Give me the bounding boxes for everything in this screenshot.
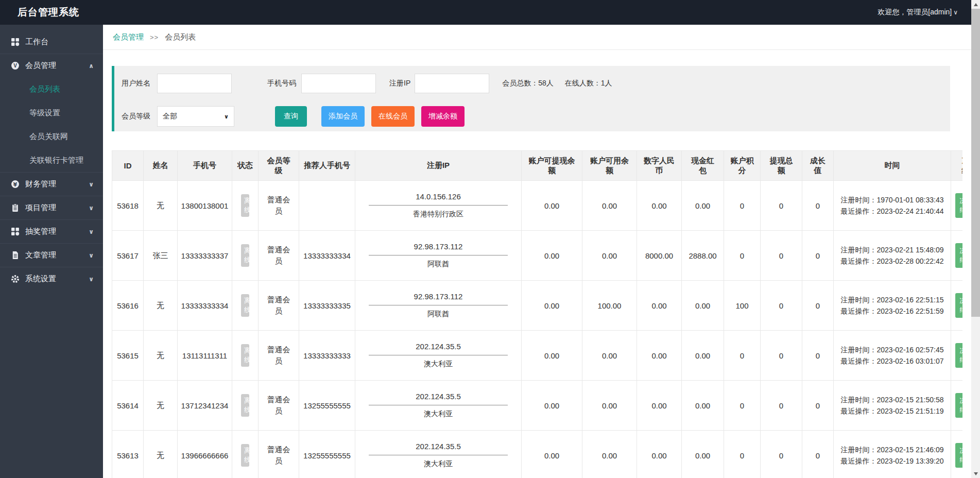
withdraw-total: 0 bbox=[761, 381, 802, 431]
withdrawable-balance: 0.00 bbox=[522, 181, 582, 231]
action-cell: 冻结 bbox=[951, 331, 963, 381]
last-operation-time: 最近操作：2023-02-16 22:51:59 bbox=[839, 305, 945, 317]
register-ip-input[interactable] bbox=[415, 74, 489, 93]
digital-rmb: 8000.00 bbox=[637, 231, 682, 281]
phone-input[interactable] bbox=[301, 74, 376, 93]
adjust-balance-button[interactable]: 增减余额 bbox=[421, 106, 465, 127]
column-header: 冻结 bbox=[951, 151, 963, 181]
user-menu[interactable]: 欢迎您，管理员[admin] ∨ bbox=[878, 8, 958, 17]
growth-value: 0 bbox=[802, 431, 834, 478]
last-operation-time: 最近操作：2023-02-24 21:40:44 bbox=[839, 206, 945, 217]
column-header: 时间 bbox=[834, 151, 951, 181]
member-level-text: 普通会员 bbox=[266, 194, 291, 217]
member-level-text: 普通会员 bbox=[266, 394, 291, 417]
freeze-button[interactable]: 冻结 bbox=[955, 343, 962, 368]
sidebar-item-level-settings[interactable]: 等级设置 bbox=[0, 101, 103, 125]
sidebar-item-lottery-management[interactable]: 抽奖管理∨ bbox=[0, 219, 103, 243]
freeze-button[interactable]: 冻结 bbox=[955, 243, 962, 268]
freeze-button[interactable]: 冻结 bbox=[955, 293, 962, 318]
sidebar-item-article-management[interactable]: 文章管理∨ bbox=[0, 243, 103, 267]
member-level: 普通会员 bbox=[259, 381, 299, 431]
column-header: 数字人民币 bbox=[637, 151, 682, 181]
action-cell: 冻结 bbox=[951, 381, 963, 431]
project-clipboard-icon bbox=[11, 203, 20, 212]
referrer-phone: 13255555555 bbox=[299, 381, 355, 431]
welcome-text: 欢迎您，管理员[admin] bbox=[878, 8, 952, 17]
ip-location: 阿联酋 bbox=[357, 260, 519, 269]
sidebar-item-workbench[interactable]: 工作台 bbox=[0, 30, 103, 54]
member-name: 张三 bbox=[144, 231, 178, 281]
member-row: 53615无13113111311离线普通会员13333333333202.12… bbox=[112, 331, 963, 381]
column-header: 状态 bbox=[232, 151, 259, 181]
column-header: 手机号 bbox=[178, 151, 232, 181]
register-time: 注册时间：2023-02-15 21:46:09 bbox=[839, 444, 945, 455]
withdraw-total: 0 bbox=[761, 281, 802, 331]
sidebar-item-label: 系统设置 bbox=[25, 274, 56, 284]
scrollbar-thumb[interactable] bbox=[971, 9, 980, 317]
cash-red-packet: 0.00 bbox=[682, 181, 724, 231]
member-row: 53616无13333333334离线普通会员1333333333592.98.… bbox=[112, 281, 963, 331]
digital-rmb: 0.00 bbox=[637, 431, 682, 478]
sidebar-item-member-relation-network[interactable]: 会员关联网 bbox=[0, 125, 103, 148]
chevron-down-icon: ∨ bbox=[89, 276, 94, 283]
member-table: ID姓名手机号状态会员等级推荐人手机号注册IP账户可提现余额账户可用余额数字人民… bbox=[112, 150, 962, 478]
register-ip-cell: 92.98.173.112阿联酋 bbox=[355, 231, 522, 281]
column-header: 账户积分 bbox=[724, 151, 761, 181]
member-name: 无 bbox=[144, 381, 178, 431]
sidebar-item-project-management[interactable]: 项目管理∨ bbox=[0, 196, 103, 219]
available-balance: 0.00 bbox=[582, 381, 637, 431]
table-container: ID姓名手机号状态会员等级推荐人手机号注册IP账户可提现余额账户可用余额数字人民… bbox=[112, 150, 962, 478]
account-points: 0 bbox=[724, 381, 761, 431]
member-level-select[interactable]: 全部 ∨ bbox=[157, 106, 234, 127]
column-header: 推荐人手机号 bbox=[299, 151, 355, 181]
freeze-button[interactable]: 冻结 bbox=[955, 393, 962, 418]
breadcrumb-separator: >> bbox=[150, 33, 159, 41]
scroll-up-arrow-icon[interactable] bbox=[971, 0, 980, 9]
scroll-down-arrow-icon[interactable] bbox=[971, 469, 980, 478]
last-operation-time: 最近操作：2023-02-15 21:51:19 bbox=[839, 405, 945, 417]
freeze-button[interactable]: 冻结 bbox=[955, 443, 962, 468]
register-time: 注册时间：2023-02-16 22:51:15 bbox=[839, 294, 945, 305]
member-total-stat: 会员总数：58人 bbox=[502, 79, 554, 88]
member-id: 53615 bbox=[112, 331, 144, 381]
ip-location: 阿联酋 bbox=[357, 310, 519, 319]
account-points: 0 bbox=[724, 431, 761, 478]
add-member-button[interactable]: 添加会员 bbox=[321, 106, 365, 127]
time-cell: 注册时间：2023-02-15 21:50:58最近操作：2023-02-15 … bbox=[834, 381, 951, 431]
register-ip-cell: 202.124.35.5澳大利亚 bbox=[355, 381, 522, 431]
sidebar-item-member-list[interactable]: 会员列表 bbox=[0, 77, 103, 101]
withdrawable-balance: 0.00 bbox=[522, 381, 582, 431]
chevron-down-icon: ∨ bbox=[89, 252, 94, 259]
online-members-button[interactable]: 在线会员 bbox=[371, 106, 415, 127]
available-balance: 0.00 bbox=[582, 231, 637, 281]
member-id: 53614 bbox=[112, 381, 144, 431]
time-cell: 注册时间：1970-01-01 08:33:43最近操作：2023-02-24 … bbox=[834, 181, 951, 231]
member-name: 无 bbox=[144, 331, 178, 381]
query-button[interactable]: 查询 bbox=[275, 106, 307, 127]
vertical-scrollbar[interactable] bbox=[971, 0, 980, 478]
column-header: ID bbox=[112, 151, 144, 181]
username-input[interactable] bbox=[157, 74, 232, 93]
sidebar-item-finance-management[interactable]: ¥财务管理∨ bbox=[0, 172, 103, 196]
member-level-text: 普通会员 bbox=[266, 344, 291, 367]
referrer-phone: 13333333333 bbox=[299, 331, 355, 381]
account-points: 0 bbox=[724, 231, 761, 281]
withdraw-total: 0 bbox=[761, 331, 802, 381]
sidebar-item-bank-card-management[interactable]: 关联银行卡管理 bbox=[0, 148, 103, 172]
register-ip: 92.98.173.112 bbox=[369, 242, 508, 255]
breadcrumb-parent[interactable]: 会员管理 bbox=[113, 32, 144, 42]
status-badge: 离线 bbox=[241, 294, 249, 317]
sidebar-item-member-management[interactable]: V会员管理∧ bbox=[0, 54, 103, 77]
member-id: 53617 bbox=[112, 231, 144, 281]
referrer-phone bbox=[299, 181, 355, 231]
member-phone: 13712341234 bbox=[178, 381, 232, 431]
sidebar-item-system-settings[interactable]: 系统设置∨ bbox=[0, 267, 103, 291]
withdraw-total: 0 bbox=[761, 231, 802, 281]
freeze-button[interactable]: 冻结 bbox=[955, 193, 962, 218]
online-count-stat: 在线人数：1人 bbox=[565, 79, 612, 88]
breadcrumb-current: 会员列表 bbox=[165, 32, 196, 42]
member-phone: 13113111311 bbox=[178, 331, 232, 381]
digital-rmb: 0.00 bbox=[637, 181, 682, 231]
username-label: 用户姓名 bbox=[122, 79, 150, 88]
member-level: 普通会员 bbox=[259, 281, 299, 331]
